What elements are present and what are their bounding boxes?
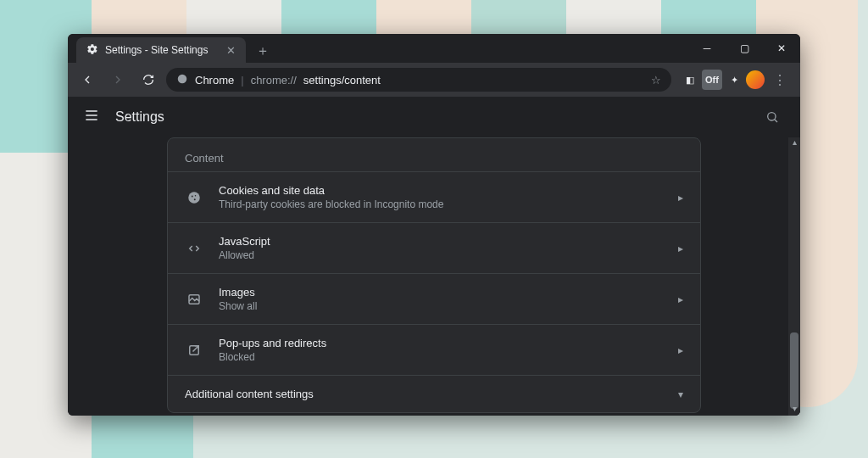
row-javascript[interactable]: JavaScript Allowed ▸ xyxy=(168,222,700,273)
row-title: Pop-ups and redirects xyxy=(219,337,663,349)
scrollbar-thumb[interactable] xyxy=(790,332,798,409)
url-prefix: Chrome xyxy=(195,74,234,87)
popup-icon xyxy=(185,343,203,358)
row-images[interactable]: Images Show all ▸ xyxy=(168,273,700,324)
scroll-down-arrow-icon[interactable]: ▾ xyxy=(788,404,800,416)
code-icon xyxy=(185,241,203,256)
url-divider: | xyxy=(241,74,243,87)
forward-button[interactable] xyxy=(105,67,131,92)
extensions-cluster: ◧ Off ✦ ⋮ xyxy=(676,70,793,90)
close-window-button[interactable]: ✕ xyxy=(763,34,800,63)
chrome-icon xyxy=(176,73,188,87)
window-controls: ─ ▢ ✕ xyxy=(688,34,800,63)
hamburger-icon[interactable] xyxy=(83,107,100,127)
svg-point-5 xyxy=(194,198,196,200)
back-button[interactable] xyxy=(75,67,100,92)
content-scroll[interactable]: Content Cookies and site data Third-part… xyxy=(68,137,800,416)
row-title: Images xyxy=(219,286,663,299)
settings-page: Settings Content Cookies and site data T… xyxy=(68,97,800,416)
tab-strip: Settings - Site Settings ✕ ＋ ─ ▢ ✕ xyxy=(68,34,800,63)
reload-button[interactable] xyxy=(136,67,161,92)
url-scheme: chrome:// xyxy=(251,74,297,87)
chevron-right-icon: ▸ xyxy=(678,192,683,204)
section-label: Content xyxy=(168,138,700,171)
search-icon[interactable] xyxy=(760,104,785,130)
row-title: Additional content settings xyxy=(185,388,663,400)
content-card: Content Cookies and site data Third-part… xyxy=(167,137,701,413)
extension-pocket-icon[interactable]: ◧ xyxy=(680,70,700,90)
browser-toolbar: Chrome | chrome://settings/content ☆ ◧ O… xyxy=(68,63,800,97)
chevron-right-icon: ▸ xyxy=(678,243,683,254)
row-additional-content[interactable]: Additional content settings ▾ xyxy=(168,375,700,412)
minimize-button[interactable]: ─ xyxy=(688,34,726,63)
chevron-right-icon: ▸ xyxy=(678,293,683,305)
row-cookies[interactable]: Cookies and site data Third-party cookie… xyxy=(168,171,700,222)
cookie-icon xyxy=(185,190,203,205)
menu-kebab-icon[interactable]: ⋮ xyxy=(766,72,793,88)
svg-point-3 xyxy=(192,195,193,197)
svg-point-0 xyxy=(178,74,187,83)
row-subtitle: Third-party cookies are blocked in Incog… xyxy=(219,198,663,210)
gear-icon xyxy=(86,43,98,58)
svg-point-4 xyxy=(195,195,197,197)
close-tab-icon[interactable]: ✕ xyxy=(226,44,236,57)
row-title: Cookies and site data xyxy=(219,184,663,197)
new-tab-button[interactable]: ＋ xyxy=(251,39,275,63)
address-bar[interactable]: Chrome | chrome://settings/content ☆ xyxy=(166,68,671,92)
url-path: settings/content xyxy=(303,74,381,87)
row-popups[interactable]: Pop-ups and redirects Blocked ▸ xyxy=(168,324,700,375)
scroll-up-arrow-icon[interactable]: ▴ xyxy=(788,137,800,149)
scrollbar-track[interactable]: ▴ ▾ xyxy=(788,137,800,416)
maximize-button[interactable]: ▢ xyxy=(726,34,763,63)
row-subtitle: Show all xyxy=(219,300,663,312)
tab-title: Settings - Site Settings xyxy=(105,44,208,56)
row-subtitle: Allowed xyxy=(219,249,663,261)
row-title: JavaScript xyxy=(219,235,663,248)
chevron-down-icon: ▾ xyxy=(678,388,683,400)
browser-window: Settings - Site Settings ✕ ＋ ─ ▢ ✕ Chrom… xyxy=(68,34,800,416)
row-subtitle: Blocked xyxy=(219,351,663,363)
svg-point-2 xyxy=(188,192,200,204)
extension-off-badge[interactable]: Off xyxy=(702,70,722,90)
image-icon xyxy=(185,292,203,307)
chevron-right-icon: ▸ xyxy=(678,344,683,356)
settings-appbar: Settings xyxy=(68,97,800,137)
page-title: Settings xyxy=(115,109,164,125)
profile-avatar[interactable] xyxy=(746,70,765,89)
tab-active[interactable]: Settings - Site Settings ✕ xyxy=(76,37,246,63)
extensions-puzzle-icon[interactable]: ✦ xyxy=(724,70,744,90)
bookmark-star-icon[interactable]: ☆ xyxy=(651,74,661,87)
svg-point-1 xyxy=(768,113,776,120)
